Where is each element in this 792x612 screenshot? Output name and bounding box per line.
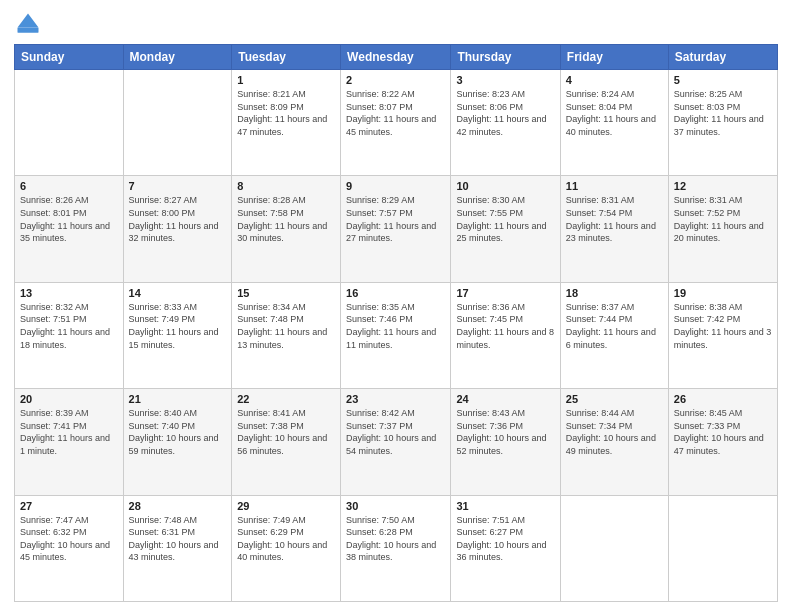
calendar-table: SundayMondayTuesdayWednesdayThursdayFrid… <box>14 44 778 602</box>
calendar-day-cell <box>15 70 124 176</box>
day-info: Sunrise: 8:24 AMSunset: 8:04 PMDaylight:… <box>566 88 663 138</box>
calendar-day-cell: 23Sunrise: 8:42 AMSunset: 7:37 PMDayligh… <box>341 389 451 495</box>
day-info: Sunrise: 7:48 AMSunset: 6:31 PMDaylight:… <box>129 514 227 564</box>
header <box>14 10 778 38</box>
calendar-day-header: Thursday <box>451 45 560 70</box>
day-info: Sunrise: 8:29 AMSunset: 7:57 PMDaylight:… <box>346 194 445 244</box>
day-info: Sunrise: 8:21 AMSunset: 8:09 PMDaylight:… <box>237 88 335 138</box>
day-number: 26 <box>674 393 772 405</box>
day-info: Sunrise: 8:42 AMSunset: 7:37 PMDaylight:… <box>346 407 445 457</box>
calendar-day-header: Friday <box>560 45 668 70</box>
calendar-day-cell: 24Sunrise: 8:43 AMSunset: 7:36 PMDayligh… <box>451 389 560 495</box>
calendar-header-row: SundayMondayTuesdayWednesdayThursdayFrid… <box>15 45 778 70</box>
calendar-day-header: Wednesday <box>341 45 451 70</box>
calendar-day-cell: 27Sunrise: 7:47 AMSunset: 6:32 PMDayligh… <box>15 495 124 601</box>
day-number: 4 <box>566 74 663 86</box>
calendar-day-header: Saturday <box>668 45 777 70</box>
calendar-day-cell: 10Sunrise: 8:30 AMSunset: 7:55 PMDayligh… <box>451 176 560 282</box>
day-info: Sunrise: 8:22 AMSunset: 8:07 PMDaylight:… <box>346 88 445 138</box>
day-info: Sunrise: 8:39 AMSunset: 7:41 PMDaylight:… <box>20 407 118 457</box>
calendar-week-row: 20Sunrise: 8:39 AMSunset: 7:41 PMDayligh… <box>15 389 778 495</box>
day-number: 29 <box>237 500 335 512</box>
calendar-day-cell <box>668 495 777 601</box>
day-number: 18 <box>566 287 663 299</box>
day-number: 24 <box>456 393 554 405</box>
calendar-day-cell: 9Sunrise: 8:29 AMSunset: 7:57 PMDaylight… <box>341 176 451 282</box>
svg-rect-1 <box>18 28 39 33</box>
calendar-day-cell: 4Sunrise: 8:24 AMSunset: 8:04 PMDaylight… <box>560 70 668 176</box>
calendar-week-row: 27Sunrise: 7:47 AMSunset: 6:32 PMDayligh… <box>15 495 778 601</box>
calendar-day-header: Sunday <box>15 45 124 70</box>
day-info: Sunrise: 8:26 AMSunset: 8:01 PMDaylight:… <box>20 194 118 244</box>
day-info: Sunrise: 7:51 AMSunset: 6:27 PMDaylight:… <box>456 514 554 564</box>
day-number: 3 <box>456 74 554 86</box>
calendar-day-cell: 26Sunrise: 8:45 AMSunset: 7:33 PMDayligh… <box>668 389 777 495</box>
calendar-week-row: 6Sunrise: 8:26 AMSunset: 8:01 PMDaylight… <box>15 176 778 282</box>
day-info: Sunrise: 8:27 AMSunset: 8:00 PMDaylight:… <box>129 194 227 244</box>
calendar-day-cell: 22Sunrise: 8:41 AMSunset: 7:38 PMDayligh… <box>232 389 341 495</box>
day-info: Sunrise: 8:44 AMSunset: 7:34 PMDaylight:… <box>566 407 663 457</box>
day-number: 23 <box>346 393 445 405</box>
day-number: 10 <box>456 180 554 192</box>
calendar-day-cell: 30Sunrise: 7:50 AMSunset: 6:28 PMDayligh… <box>341 495 451 601</box>
day-number: 15 <box>237 287 335 299</box>
day-info: Sunrise: 8:43 AMSunset: 7:36 PMDaylight:… <box>456 407 554 457</box>
calendar-day-cell <box>123 70 232 176</box>
day-number: 28 <box>129 500 227 512</box>
calendar-day-cell: 19Sunrise: 8:38 AMSunset: 7:42 PMDayligh… <box>668 282 777 388</box>
calendar-day-cell: 8Sunrise: 8:28 AMSunset: 7:58 PMDaylight… <box>232 176 341 282</box>
calendar-day-cell: 1Sunrise: 8:21 AMSunset: 8:09 PMDaylight… <box>232 70 341 176</box>
day-info: Sunrise: 8:41 AMSunset: 7:38 PMDaylight:… <box>237 407 335 457</box>
calendar-day-cell: 17Sunrise: 8:36 AMSunset: 7:45 PMDayligh… <box>451 282 560 388</box>
logo <box>14 10 46 38</box>
calendar-day-cell: 21Sunrise: 8:40 AMSunset: 7:40 PMDayligh… <box>123 389 232 495</box>
day-info: Sunrise: 7:47 AMSunset: 6:32 PMDaylight:… <box>20 514 118 564</box>
day-number: 22 <box>237 393 335 405</box>
day-number: 14 <box>129 287 227 299</box>
calendar-day-cell: 5Sunrise: 8:25 AMSunset: 8:03 PMDaylight… <box>668 70 777 176</box>
calendar-day-cell: 29Sunrise: 7:49 AMSunset: 6:29 PMDayligh… <box>232 495 341 601</box>
day-number: 13 <box>20 287 118 299</box>
calendar-day-cell: 11Sunrise: 8:31 AMSunset: 7:54 PMDayligh… <box>560 176 668 282</box>
day-number: 19 <box>674 287 772 299</box>
day-info: Sunrise: 8:25 AMSunset: 8:03 PMDaylight:… <box>674 88 772 138</box>
day-number: 6 <box>20 180 118 192</box>
calendar-day-cell: 18Sunrise: 8:37 AMSunset: 7:44 PMDayligh… <box>560 282 668 388</box>
day-info: Sunrise: 8:31 AMSunset: 7:54 PMDaylight:… <box>566 194 663 244</box>
calendar-day-cell: 7Sunrise: 8:27 AMSunset: 8:00 PMDaylight… <box>123 176 232 282</box>
day-number: 27 <box>20 500 118 512</box>
day-number: 8 <box>237 180 335 192</box>
day-number: 31 <box>456 500 554 512</box>
day-info: Sunrise: 8:33 AMSunset: 7:49 PMDaylight:… <box>129 301 227 351</box>
day-info: Sunrise: 8:35 AMSunset: 7:46 PMDaylight:… <box>346 301 445 351</box>
day-number: 17 <box>456 287 554 299</box>
calendar-day-cell: 15Sunrise: 8:34 AMSunset: 7:48 PMDayligh… <box>232 282 341 388</box>
day-info: Sunrise: 8:23 AMSunset: 8:06 PMDaylight:… <box>456 88 554 138</box>
calendar-day-header: Monday <box>123 45 232 70</box>
day-number: 20 <box>20 393 118 405</box>
day-number: 11 <box>566 180 663 192</box>
page: SundayMondayTuesdayWednesdayThursdayFrid… <box>0 0 792 612</box>
calendar-day-cell: 12Sunrise: 8:31 AMSunset: 7:52 PMDayligh… <box>668 176 777 282</box>
day-info: Sunrise: 8:34 AMSunset: 7:48 PMDaylight:… <box>237 301 335 351</box>
day-info: Sunrise: 8:45 AMSunset: 7:33 PMDaylight:… <box>674 407 772 457</box>
svg-marker-0 <box>18 14 39 28</box>
day-number: 12 <box>674 180 772 192</box>
day-info: Sunrise: 8:40 AMSunset: 7:40 PMDaylight:… <box>129 407 227 457</box>
day-info: Sunrise: 8:37 AMSunset: 7:44 PMDaylight:… <box>566 301 663 351</box>
day-number: 1 <box>237 74 335 86</box>
calendar-week-row: 13Sunrise: 8:32 AMSunset: 7:51 PMDayligh… <box>15 282 778 388</box>
day-number: 25 <box>566 393 663 405</box>
calendar-week-row: 1Sunrise: 8:21 AMSunset: 8:09 PMDaylight… <box>15 70 778 176</box>
logo-icon <box>14 10 42 38</box>
day-number: 7 <box>129 180 227 192</box>
calendar-day-cell: 3Sunrise: 8:23 AMSunset: 8:06 PMDaylight… <box>451 70 560 176</box>
day-info: Sunrise: 7:49 AMSunset: 6:29 PMDaylight:… <box>237 514 335 564</box>
day-info: Sunrise: 8:28 AMSunset: 7:58 PMDaylight:… <box>237 194 335 244</box>
day-number: 21 <box>129 393 227 405</box>
day-info: Sunrise: 8:32 AMSunset: 7:51 PMDaylight:… <box>20 301 118 351</box>
calendar-day-cell: 16Sunrise: 8:35 AMSunset: 7:46 PMDayligh… <box>341 282 451 388</box>
calendar-day-cell: 28Sunrise: 7:48 AMSunset: 6:31 PMDayligh… <box>123 495 232 601</box>
day-number: 9 <box>346 180 445 192</box>
day-info: Sunrise: 7:50 AMSunset: 6:28 PMDaylight:… <box>346 514 445 564</box>
